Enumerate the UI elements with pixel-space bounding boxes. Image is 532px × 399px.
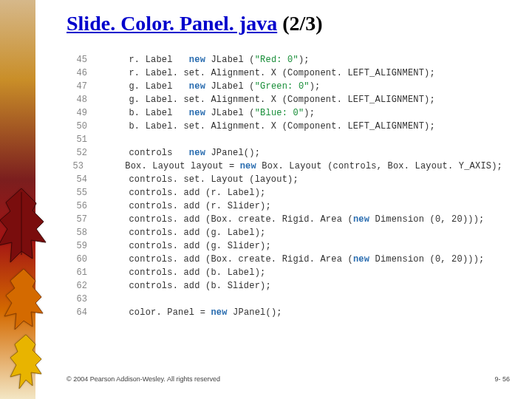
code-line: 51 (66, 133, 502, 146)
line-number: 47 (66, 80, 96, 93)
line-number: 62 (66, 279, 96, 293)
code-line: 64 color. Panel = new JPanel(); (66, 306, 502, 319)
code-text: r. Label new JLabel ("Red: 0"); (96, 53, 502, 66)
code-text (96, 133, 502, 146)
code-line: 48 g. Label. set. Alignment. X (Componen… (66, 93, 502, 106)
code-line: 59 controls. add (g. Slider); (66, 239, 502, 253)
slide: Slide. Color. Panel. java (2/3) 45 r. La… (0, 0, 532, 399)
line-number: 46 (66, 66, 96, 80)
code-text: controls. set. Layout (layout); (96, 173, 502, 186)
code-line: 47 g. Label new JLabel ("Green: 0"); (66, 80, 502, 93)
page-number: 9- 56 (494, 375, 510, 383)
code-line: 52 controls new JPanel(); (66, 146, 502, 160)
code-line: 56 controls. add (r. Slider); (66, 200, 502, 213)
code-text: Box. Layout layout = new Box. Layout (co… (92, 160, 502, 173)
code-line: 49 b. Label new JLabel ("Blue: 0"); (66, 106, 502, 120)
line-number: 63 (66, 293, 96, 306)
code-line: 61 controls. add (b. Label); (66, 266, 502, 279)
code-text: controls. add (Box. create. Rigid. Area … (96, 253, 502, 266)
title-suffix: (2/3) (277, 12, 322, 35)
line-number: 51 (66, 133, 96, 146)
code-text: controls. add (b. Label); (96, 266, 502, 279)
line-number: 50 (66, 120, 96, 133)
leaf-icon (0, 185, 47, 273)
line-number: 59 (66, 239, 96, 253)
leaf-icon (1, 266, 46, 332)
code-text: controls. add (g. Slider); (96, 239, 502, 253)
code-line: 55 controls. add (r. Label); (66, 186, 502, 200)
code-text: g. Label. set. Alignment. X (Component. … (96, 93, 502, 106)
copyright-text: © 2004 Pearson Addison-Wesley. All right… (66, 375, 220, 383)
line-number: 60 (66, 253, 96, 266)
leaf-icon (6, 332, 46, 392)
code-text: g. Label new JLabel ("Green: 0"); (96, 80, 502, 93)
slide-title: Slide. Color. Panel. java (2/3) (66, 12, 323, 35)
code-text: controls. add (b. Slider); (96, 279, 502, 293)
code-line: 57 controls. add (Box. create. Rigid. Ar… (66, 213, 502, 226)
code-text: controls. add (g. Label); (96, 226, 502, 239)
code-text: controls new JPanel(); (96, 146, 502, 160)
code-line: 62 controls. add (b. Slider); (66, 279, 502, 293)
code-text: color. Panel = new JPanel(); (96, 306, 502, 319)
line-number: 45 (66, 53, 96, 66)
code-text: r. Label. set. Alignment. X (Component. … (96, 66, 502, 80)
line-number: 56 (66, 200, 96, 213)
line-number: 61 (66, 266, 96, 279)
code-text: controls. add (r. Slider); (96, 200, 502, 213)
line-number: 52 (66, 146, 96, 160)
line-number: 54 (66, 173, 96, 186)
code-listing: 45 r. Label new JLabel ("Red: 0");46 r. … (66, 53, 502, 334)
code-line: 58 controls. add (g. Label); (66, 226, 502, 239)
code-text: controls. add (r. Label); (96, 186, 502, 200)
code-line: 54 controls. set. Layout (layout); (66, 173, 502, 186)
line-number: 49 (66, 106, 96, 120)
code-text: controls. add (Box. create. Rigid. Area … (96, 213, 502, 226)
code-text: b. Label. set. Alignment. X (Component. … (96, 120, 502, 133)
code-text (96, 293, 502, 306)
code-line: 53 Box. Layout layout = new Box. Layout … (66, 160, 502, 173)
title-link[interactable]: Slide. Color. Panel. java (66, 12, 277, 35)
code-line: 50 b. Label. set. Alignment. X (Componen… (66, 120, 502, 133)
decorative-left-bar (0, 0, 35, 399)
line-number: 58 (66, 226, 96, 239)
line-number: 64 (66, 306, 96, 319)
code-line: 46 r. Label. set. Alignment. X (Componen… (66, 66, 502, 80)
code-line: 45 r. Label new JLabel ("Red: 0"); (66, 53, 502, 66)
line-number: 48 (66, 93, 96, 106)
code-line: 60 controls. add (Box. create. Rigid. Ar… (66, 253, 502, 266)
line-number: 53 (66, 160, 92, 173)
line-number: 55 (66, 186, 96, 200)
code-line: 63 (66, 293, 502, 306)
code-text: b. Label new JLabel ("Blue: 0"); (96, 106, 502, 120)
line-number: 57 (66, 213, 96, 226)
